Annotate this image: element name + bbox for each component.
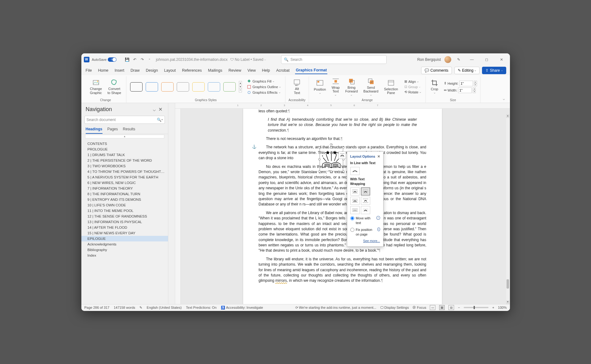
crop-button[interactable]: Crop⌵ [429,78,440,96]
autosave-toggle[interactable]: AutoSave On [92,57,121,62]
style-thumb-3[interactable] [161,82,174,92]
style-thumb-6[interactable] [208,82,220,92]
info-icon[interactable]: i [377,227,380,231]
nav-tab-pages[interactable]: Pages [107,127,118,134]
scroll-up-icon[interactable]: ▴ [506,114,509,118]
collapse-ribbon-icon[interactable]: ⌵ [503,97,505,101]
nav-item[interactable]: 9 | ENTROPY AND ITS DEMONS [81,197,168,202]
wrap-inline[interactable] [350,167,360,175]
pen-input-icon[interactable]: ✎ [455,56,462,63]
tab-graphics-format[interactable]: Graphics Format [295,67,327,74]
maximize-icon[interactable]: ◻ [481,55,492,64]
read-mode-icon[interactable]: ▭ [430,305,435,310]
spellcheck-icon[interactable]: ✎ [139,306,142,310]
nav-item[interactable]: 12 | THE SENSE OF RANDOMNESS [81,213,168,219]
web-layout-icon[interactable]: ▤ [448,305,454,310]
tab-acrobat[interactable]: Acrobat [275,67,290,74]
wrap-tight[interactable] [361,187,370,195]
nav-item[interactable]: 14 | AFTER THE FLOOD [81,225,168,230]
nav-item[interactable]: Index [81,253,168,258]
user-name[interactable]: Ron Bergquist [417,57,441,62]
nav-item[interactable]: 2 | THE PERSISTENCE OF THE WORD [81,158,168,163]
width-input[interactable] [458,88,472,93]
nav-search-input[interactable]: Search document 🔍▾ [84,116,165,124]
resize-handle[interactable] [330,170,332,173]
style-thumb-1[interactable] [130,82,143,92]
fix-position-radio[interactable]: Fix position on page i [350,227,380,237]
nav-item[interactable]: 6 | NEW WIRES, NEW LOGIC [81,180,168,186]
comments-button[interactable]: 💬Comments [421,67,452,74]
focus-mode[interactable]: ⦿ Focus [412,306,426,309]
editing-button[interactable]: ✎Editing⌵ [454,67,480,74]
nav-dropdown-icon[interactable]: ⌵ [151,106,157,112]
tab-home[interactable]: Home [98,67,109,74]
nav-close-icon[interactable]: ✕ [157,106,164,112]
resize-handle[interactable] [330,146,332,149]
styles-gallery-more[interactable]: ▴ ▾ ⁼ [239,81,242,92]
wrap-square[interactable] [350,187,360,195]
nav-item[interactable]: CONTENTS [81,141,168,146]
undo-icon[interactable]: ↶ [131,56,139,63]
nav-tab-results[interactable]: Results [123,127,135,134]
tab-references[interactable]: References [181,67,202,74]
redo-icon[interactable]: ↷ [139,56,146,63]
save-icon[interactable]: 💾 [124,56,131,63]
nav-item[interactable]: 4 | TO THROW THE POWERS OF THOUGHT INTO… [81,169,168,174]
resize-handle[interactable] [318,170,321,173]
nav-item[interactable]: 7 | INFORMATION THEORY [81,186,168,191]
tab-review[interactable]: Review [228,67,242,74]
alt-text-button[interactable]: Alt Text [291,78,302,96]
scroll-down-icon[interactable]: ▾ [506,300,509,304]
height-field[interactable]: ⇕ Height: ▴▾ [444,81,477,86]
wrap-behind[interactable] [350,206,360,214]
move-with-text-radio[interactable]: Move with text i [350,216,380,225]
nav-headings-list[interactable]: CONTENTSPROLOGUE1 | DRUMS THAT TALK2 | T… [81,139,168,304]
wrap-through[interactable] [350,197,360,205]
resize-handle[interactable] [342,170,344,173]
see-more-link[interactable]: See more... [350,239,380,243]
zoom-level[interactable]: 100% [498,306,507,309]
print-layout-icon[interactable]: ▦ [439,305,445,310]
nav-item[interactable]: Acknowledgments [81,241,168,247]
selection-pane-button[interactable]: Selection Pane [382,78,400,96]
nav-item[interactable]: 1 | DRUMS THAT TALK [81,152,168,158]
nav-item[interactable]: EPILOGUE [81,236,168,241]
zoom-slider[interactable] [464,307,489,308]
search-box[interactable]: 🔍 Search [281,55,387,64]
text-predictions[interactable]: Text Predictions: On [186,306,216,309]
accessibility-status[interactable]: ♿ Accessibility: Investigate [221,306,263,310]
style-thumb-5[interactable] [192,82,205,92]
graphics-outline-button[interactable]: Graphics Outline⌵ [246,84,282,89]
qat-dropdown-icon[interactable]: ⁼ [146,56,153,63]
send-backward-button[interactable]: Send Backward⌵ [361,76,380,98]
zoom-in-icon[interactable]: + [492,306,494,309]
nav-item[interactable]: 3 | TWO WORDBOOKS [81,163,168,169]
graphics-fill-button[interactable]: Graphics Fill⌵ [246,79,282,84]
resize-handle[interactable] [318,146,321,149]
bring-forward-button[interactable]: Bring Forward⌵ [343,76,360,98]
nav-item[interactable]: 8 | THE INFORMATIONAL TURN [81,191,168,197]
user-avatar-icon[interactable] [444,56,451,63]
group-button[interactable]: ⊡Group⌵ [403,84,422,89]
rotate-button[interactable]: ⟲Rotate⌵ [403,90,422,94]
nav-collapse-button[interactable]: ▴ [85,135,164,138]
width-spinner[interactable]: ▴▾ [473,88,476,93]
share-button[interactable]: ⇪Share⌵ [482,67,506,74]
info-icon[interactable]: i [376,216,380,220]
wrap-front[interactable] [361,206,370,214]
nav-item[interactable]: 15 | NEW NEWS EVERY DAY [81,230,168,236]
nav-item[interactable]: 5 | A NERVOUS SYSTEM FOR THE EARTH [81,174,168,180]
tab-help[interactable]: Help [261,67,271,74]
language[interactable]: English (United States) [147,306,182,309]
nav-item[interactable]: 11 | INTO THE MEME POOL [81,208,168,213]
style-thumb-4[interactable] [177,82,189,92]
nav-tab-headings[interactable]: Headings [86,127,102,134]
popover-close-icon[interactable]: ✕ [377,154,380,159]
tab-mailings[interactable]: Mailings [207,67,223,74]
vertical-scrollbar[interactable]: ▴ ▾ [506,114,509,304]
position-button[interactable]: Position⌵ [312,78,328,96]
style-thumb-7[interactable] [223,82,236,92]
nav-item[interactable]: PROLOGUE [81,146,168,152]
graphics-effects-button[interactable]: Graphics Effects⌵ [246,90,282,95]
display-settings[interactable]: 🖵 Display Settings [380,306,409,309]
